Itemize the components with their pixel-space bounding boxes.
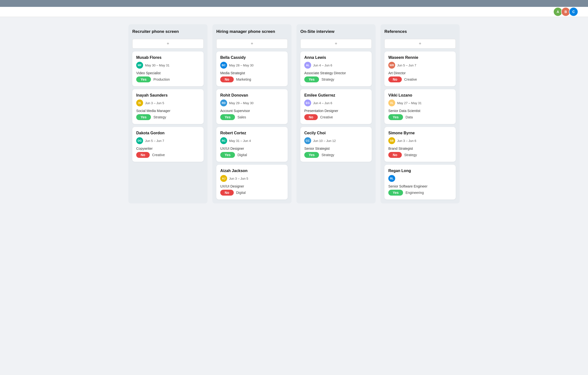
status-badge: Yes <box>136 114 151 120</box>
candidate-avatar: SB <box>388 137 395 144</box>
candidate-card[interactable]: Simone ByrneSBJun 3 – Jun 6Brand Strateg… <box>384 127 456 162</box>
card-date-row: VLMay 27 – May 31 <box>388 100 452 106</box>
candidate-card[interactable]: Robert CortezRCMay 31 – Jun 4UX/UI Desig… <box>216 127 288 162</box>
candidate-avatar: WR <box>388 62 395 69</box>
candidate-name: Emilee Gutierrez <box>304 93 368 98</box>
candidate-card[interactable]: Emilee GutierrezEGJun 4 – Jun 6Presentat… <box>300 89 372 124</box>
candidate-name: Bella Cassidy <box>220 55 284 60</box>
candidate-card[interactable]: Musab FloresMFMay 30 – May 31Video Speci… <box>132 51 204 86</box>
card-bottom: NoStrategy <box>388 152 452 158</box>
status-badge: Yes <box>136 76 151 82</box>
card-bottom: NoCreative <box>304 114 368 120</box>
candidate-role: Brand Strategist <box>388 147 452 150</box>
card-date-row: DGJun 5 – Jun 7 <box>136 137 200 144</box>
candidate-avatar: AJ <box>220 175 227 182</box>
card-date-row: WRJun 5 – Jun 7 <box>388 62 452 69</box>
kanban-board: Recruiter phone screen+Musab FloresMFMay… <box>122 17 466 211</box>
card-date: Jun 3 – Jun 5 <box>229 177 248 180</box>
add-card-button[interactable]: + <box>132 39 204 49</box>
candidate-dept: Strategy <box>321 77 334 81</box>
column-header: Hiring manager phone screen <box>216 28 288 36</box>
status-badge: Yes <box>220 152 235 158</box>
status-badge: No <box>136 152 150 158</box>
user-avatars: ABC <box>553 7 578 16</box>
candidate-card[interactable]: Rohit DonovanRDMay 29 – May 30Account Su… <box>216 89 288 124</box>
candidate-card[interactable]: Inayah SaundersISJun 3 – Jun 5Social Med… <box>132 89 204 124</box>
kanban-column: On-Site interview+Anna LewisALJun 4 – Ju… <box>296 24 376 203</box>
candidate-name: Anna Lewis <box>304 55 368 60</box>
candidate-dept: Digital <box>237 153 247 157</box>
card-date-row: ALJun 4 – Jun 6 <box>304 62 368 69</box>
add-card-button[interactable]: + <box>384 39 456 49</box>
candidate-name: Aizah Jackson <box>220 169 284 173</box>
card-bottom: YesSales <box>220 114 284 120</box>
card-bottom: YesStrategy <box>136 114 200 120</box>
card-bottom: YesProduction <box>136 76 200 82</box>
header-avatar: C <box>569 7 578 16</box>
kanban-column: Recruiter phone screen+Musab FloresMFMay… <box>128 24 208 203</box>
add-card-button[interactable]: + <box>300 39 372 49</box>
add-card-button[interactable]: + <box>216 39 288 49</box>
candidate-dept: Digital <box>236 191 246 195</box>
candidate-name: Dakota Gordon <box>136 131 200 135</box>
card-bottom: NoCreative <box>388 76 452 82</box>
candidate-role: Account Supervisor <box>220 109 284 113</box>
candidate-avatar: IS <box>136 100 143 106</box>
candidate-dept: Creative <box>320 115 333 119</box>
candidate-dept: Strategy <box>321 153 334 157</box>
candidate-name: Rohit Donovan <box>220 93 284 98</box>
card-date: Jun 4 – Jun 6 <box>313 63 332 67</box>
card-date-row: RL <box>388 175 452 182</box>
card-date: Jun 5 – Jun 7 <box>145 139 164 143</box>
candidate-card[interactable]: Bella CassidyBCMay 28 – May 30Media Stra… <box>216 51 288 86</box>
candidate-dept: Strategy <box>404 153 417 157</box>
candidate-avatar: DG <box>136 137 143 144</box>
candidate-dept: Sales <box>237 115 246 119</box>
candidate-card[interactable]: Aizah JacksonAJJun 3 – Jun 5UX/UI Design… <box>216 165 288 200</box>
candidate-dept: Engineering <box>405 191 424 195</box>
candidate-card[interactable]: Cecily ChoiCCJun 10 – Jun 12Senior Strat… <box>300 127 372 162</box>
card-date-row: RCMay 31 – Jun 4 <box>220 137 284 144</box>
candidate-name: Simone Byrne <box>388 131 452 135</box>
card-date: Jun 3 – Jun 6 <box>397 139 416 143</box>
candidate-dept: Creative <box>152 153 165 157</box>
candidate-role: Copywriter <box>136 147 200 150</box>
candidate-role: Senior Data Scientist <box>388 109 452 113</box>
status-badge: No <box>304 114 318 120</box>
card-bottom: NoMarketing <box>220 76 284 82</box>
card-date: May 30 – May 31 <box>145 63 170 67</box>
candidate-name: Waseem Rennie <box>388 55 452 60</box>
card-bottom: YesStrategy <box>304 152 368 158</box>
candidate-card[interactable]: Dakota GordonDGJun 5 – Jun 7CopywriterNo… <box>132 127 204 162</box>
card-date-row: EGJun 4 – Jun 6 <box>304 100 368 106</box>
candidate-card[interactable]: Waseem RennieWRJun 5 – Jun 7Art Director… <box>384 51 456 86</box>
candidate-avatar: RL <box>388 175 395 182</box>
status-badge: Yes <box>220 114 235 120</box>
candidate-role: Art Director <box>388 71 452 75</box>
candidate-dept: Marketing <box>236 77 251 81</box>
card-bottom: NoCreative <box>136 152 200 158</box>
status-badge: Yes <box>388 114 403 120</box>
candidate-role: Associate Strategy Director <box>304 71 368 75</box>
candidate-role: UX/UI Designer <box>220 184 284 188</box>
column-header: On-Site interview <box>300 28 372 36</box>
card-date-row: AJJun 3 – Jun 5 <box>220 175 284 182</box>
candidate-card[interactable]: Vikki LozanoVLMay 27 – May 31Senior Data… <box>384 89 456 124</box>
candidate-card[interactable]: Anna LewisALJun 4 – Jun 6Associate Strat… <box>300 51 372 86</box>
card-bottom: YesData <box>388 114 452 120</box>
card-date: Jun 3 – Jun 5 <box>145 101 164 105</box>
kanban-column: References+Waseem RennieWRJun 5 – Jun 7A… <box>380 24 460 203</box>
candidate-avatar: EG <box>304 100 311 106</box>
candidate-dept: Creative <box>404 77 417 81</box>
candidate-avatar: AL <box>304 62 311 69</box>
candidate-role: Senior Software Engineer <box>388 184 452 188</box>
candidate-avatar: RC <box>220 137 227 144</box>
card-date-row: CCJun 10 – Jun 12 <box>304 137 368 144</box>
candidate-name: Inayah Saunders <box>136 93 200 98</box>
card-date-row: RDMay 29 – May 30 <box>220 100 284 106</box>
card-date-row: ISJun 3 – Jun 5 <box>136 100 200 106</box>
status-badge: Yes <box>304 152 319 158</box>
card-date: Jun 5 – Jun 7 <box>397 63 416 67</box>
card-bottom: YesStrategy <box>304 76 368 82</box>
candidate-card[interactable]: Regan LongRLSenior Software EngineerYesE… <box>384 165 456 200</box>
